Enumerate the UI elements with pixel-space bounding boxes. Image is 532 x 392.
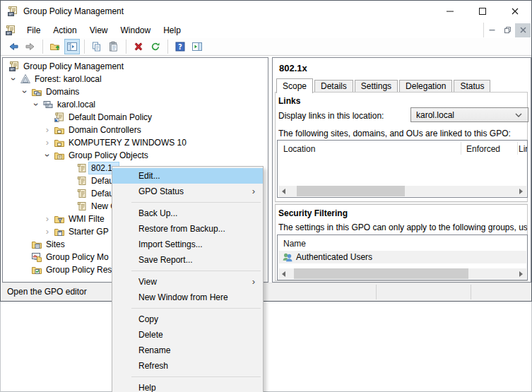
toolbar: ?: [1, 38, 531, 56]
menu-item-save-report[interactable]: Save Report...: [112, 252, 263, 268]
scrollbar-thumb[interactable]: [294, 268, 468, 279]
submenu-arrow-icon: ›: [252, 274, 255, 290]
chevron-collapsed-icon[interactable]: ›: [42, 124, 52, 136]
menu-file[interactable]: File: [20, 23, 47, 37]
menu-separator: [131, 202, 261, 203]
gpo-title: 802.1x: [279, 63, 307, 73]
screen: { "colors": { "tree_selection": "#cce8ff…: [0, 0, 532, 392]
svg-text:?: ?: [178, 43, 182, 51]
paste-icon: [108, 41, 119, 52]
list-item-label: Authenticated Users: [296, 251, 372, 263]
up-one-level-icon: [49, 41, 61, 52]
column-header-location[interactable]: Location: [283, 143, 315, 155]
menu-item-delete[interactable]: Delete: [112, 327, 263, 343]
modeling-icon: [31, 251, 42, 263]
tree-item-karol-local[interactable]: ›karol.local: [3, 98, 268, 111]
up-one-level-button[interactable]: [47, 39, 63, 54]
tab-bar: ScopeDetailsSettingsDelegationStatus: [276, 78, 492, 93]
security-list-hscrollbar[interactable]: [278, 268, 526, 279]
tree-item-label: Domains: [44, 86, 81, 97]
tab-delegation[interactable]: Delegation: [399, 80, 452, 93]
menu-action[interactable]: Action: [47, 23, 83, 37]
users-icon: [282, 251, 293, 263]
menu-view[interactable]: View: [83, 23, 114, 37]
tab-settings[interactable]: Settings: [355, 80, 398, 93]
tab-details[interactable]: Details: [314, 80, 353, 93]
scrollbar-thumb[interactable]: [297, 186, 405, 196]
maximize-button[interactable]: [466, 1, 499, 22]
show-console-tree-icon: [66, 41, 78, 52]
chevron-expanded-icon[interactable]: ›: [19, 87, 30, 97]
help-button[interactable]: ?: [172, 39, 188, 54]
menu-window[interactable]: Window: [114, 23, 158, 37]
show-console-tree-button[interactable]: [64, 39, 80, 54]
tree-item-forest-karol-local[interactable]: ›Forest: karol.local: [3, 73, 268, 85]
toolbar-separator: [126, 40, 126, 54]
tree-item-komputery-z-windows-10[interactable]: ›KOMPUTERY Z WINDOWS 10: [3, 136, 268, 149]
paste-button[interactable]: [106, 39, 122, 54]
show-action-pane-button[interactable]: [189, 39, 205, 54]
column-header-lir[interactable]: Lir: [519, 143, 528, 155]
back-button[interactable]: [6, 39, 21, 54]
menu-item-help[interactable]: Help: [112, 380, 263, 392]
wmi-folder-icon: [54, 213, 65, 225]
menu-item-restore-from-backup[interactable]: Restore from Backup...: [112, 221, 263, 237]
menu-item-import-settings[interactable]: Import Settings...: [112, 237, 263, 252]
chevron-collapsed-icon[interactable]: ›: [42, 137, 52, 148]
column-header-enforced[interactable]: Enforced: [466, 143, 500, 155]
chevron-expanded-icon[interactable]: ›: [8, 74, 19, 84]
chevron-expanded-icon[interactable]: ›: [42, 150, 53, 160]
mdi-restore-button[interactable]: [500, 23, 515, 37]
status-bar: Open the GPO editor: [1, 283, 531, 301]
tree-item-group-policy-management[interactable]: Group Policy Management: [3, 60, 268, 73]
delete-icon: [133, 41, 144, 52]
display-links-label: Display links in this location:: [278, 111, 384, 121]
menu-item-view[interactable]: View›: [112, 274, 263, 290]
tree-item-label: Sites: [44, 239, 67, 250]
tab-scope[interactable]: Scope: [276, 78, 313, 93]
app-icon: [7, 6, 18, 17]
window-title: Group Policy Management: [23, 6, 124, 16]
chevron-expanded-icon[interactable]: ›: [30, 100, 42, 109]
location-dropdown[interactable]: karol.local: [410, 107, 528, 122]
menu-item-edit[interactable]: Edit...: [112, 168, 263, 184]
scroll-left-arrow[interactable]: [278, 186, 289, 196]
tree-item-group-policy-objects[interactable]: ›Group Policy Objects: [3, 149, 268, 162]
tree-item-domain-controllers[interactable]: ›Domain Controllers: [3, 124, 268, 136]
menu-item-back-up[interactable]: Back Up...: [112, 206, 263, 221]
copy-button[interactable]: [89, 39, 105, 54]
scroll-right-arrow[interactable]: [516, 268, 526, 279]
tree-item-label: Group Policy Mo: [44, 251, 111, 263]
column-header-name[interactable]: Name: [283, 238, 306, 249]
status-text: Open the GPO editor: [7, 287, 87, 297]
scroll-left-arrow[interactable]: [278, 268, 289, 279]
mdi-close-button[interactable]: [515, 23, 531, 37]
menu-item-refresh[interactable]: Refresh: [112, 358, 263, 374]
chevron-down-icon: [515, 113, 522, 118]
refresh-button[interactable]: [148, 39, 163, 54]
mdi-window-controls: [483, 23, 531, 37]
show-action-pane-icon: [191, 41, 203, 52]
menu-item-copy[interactable]: Copy: [112, 311, 263, 327]
menu-item-gpo-status[interactable]: GPO Status›: [112, 184, 263, 199]
menu-item-rename[interactable]: Rename: [112, 343, 263, 358]
menu-item-new-window-from-here[interactable]: New Window from Here: [112, 290, 263, 305]
minimize-button[interactable]: [434, 1, 466, 22]
tree-item-label: Forest: karol.local: [32, 73, 104, 85]
chevron-collapsed-icon[interactable]: ›: [42, 226, 52, 237]
menu-help[interactable]: Help: [157, 23, 187, 37]
tab-status[interactable]: Status: [454, 80, 490, 93]
forward-button[interactable]: [23, 39, 38, 54]
column-separator[interactable]: [461, 142, 461, 155]
scroll-right-arrow[interactable]: [516, 186, 526, 196]
tree-item-domains[interactable]: ›Domains: [3, 85, 268, 98]
delete-button[interactable]: [131, 39, 146, 54]
tree-item-default-domain-policy[interactable]: Default Domain Policy: [3, 111, 268, 124]
list-item-authenticated-users[interactable]: Authenticated Users: [278, 251, 526, 263]
column-separator[interactable]: [517, 142, 518, 155]
mdi-minimize-button[interactable]: [484, 23, 500, 37]
chevron-collapsed-icon[interactable]: ›: [42, 213, 52, 225]
section-splitter[interactable]: [275, 201, 528, 205]
links-list-hscrollbar[interactable]: [278, 186, 526, 196]
close-button[interactable]: [499, 1, 531, 22]
